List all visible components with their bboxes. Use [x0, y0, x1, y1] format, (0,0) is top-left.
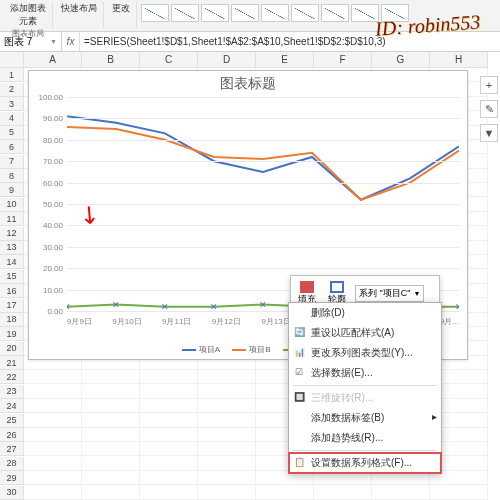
row-header[interactable]: 24 — [0, 399, 24, 413]
series-select[interactable]: 系列 "项目C"▼ — [355, 285, 424, 302]
column-header[interactable]: H — [430, 52, 488, 68]
row-header[interactable]: 27 — [0, 442, 24, 456]
row-header[interactable]: 13 — [0, 241, 24, 255]
row-header[interactable]: 16 — [0, 284, 24, 298]
cell[interactable] — [24, 370, 82, 384]
cell[interactable] — [24, 486, 82, 500]
cell[interactable] — [198, 370, 256, 384]
cell[interactable] — [140, 457, 198, 471]
row-header[interactable]: 20 — [0, 342, 24, 356]
cell[interactable] — [82, 486, 140, 500]
cell[interactable] — [140, 428, 198, 442]
column-header[interactable]: E — [256, 52, 314, 68]
column-header[interactable]: G — [372, 52, 430, 68]
row-header[interactable]: 21 — [0, 356, 24, 370]
cell[interactable] — [24, 442, 82, 456]
cell[interactable] — [82, 399, 140, 413]
context-menu-item[interactable]: 添加数据标签(B)▸ — [289, 408, 441, 428]
cell[interactable] — [256, 486, 314, 500]
cell[interactable] — [82, 414, 140, 428]
chart-style-thumb[interactable] — [351, 4, 379, 22]
cell[interactable] — [140, 414, 198, 428]
quick-layout-button[interactable]: 快速布局 — [61, 2, 97, 15]
chart-title[interactable]: 图表标题 — [29, 71, 467, 97]
add-chart-element-button[interactable]: 添加图表 — [10, 2, 46, 15]
column-header[interactable]: B — [82, 52, 140, 68]
column-header[interactable]: D — [198, 52, 256, 68]
row-header[interactable]: 6 — [0, 140, 24, 154]
column-header[interactable]: F — [314, 52, 372, 68]
context-menu-item[interactable]: 🔄重设以匹配样式(A) — [289, 323, 441, 343]
cell[interactable] — [372, 486, 430, 500]
cell[interactable] — [24, 399, 82, 413]
cell[interactable] — [198, 442, 256, 456]
legend-item[interactable]: 项目A — [182, 344, 220, 355]
chart-style-thumb[interactable] — [261, 4, 289, 22]
row-header[interactable]: 7 — [0, 155, 24, 169]
cell[interactable] — [82, 471, 140, 485]
cell[interactable] — [140, 399, 198, 413]
row-header[interactable]: 17 — [0, 299, 24, 313]
row-header[interactable]: 18 — [0, 313, 24, 327]
chart-elements-button[interactable]: + — [480, 76, 498, 94]
chart-style-thumb[interactable] — [321, 4, 349, 22]
cell[interactable] — [82, 442, 140, 456]
row-header[interactable]: 4 — [0, 112, 24, 126]
row-header[interactable]: 29 — [0, 471, 24, 485]
change-color-button[interactable]: 更改 — [112, 2, 130, 15]
cell[interactable] — [82, 370, 140, 384]
cell[interactable] — [24, 457, 82, 471]
row-header[interactable]: 14 — [0, 255, 24, 269]
cell[interactable] — [198, 414, 256, 428]
row-header[interactable]: 15 — [0, 270, 24, 284]
cell[interactable] — [82, 428, 140, 442]
cell[interactable] — [82, 457, 140, 471]
cell[interactable] — [430, 486, 488, 500]
row-header[interactable]: 23 — [0, 385, 24, 399]
cell[interactable] — [24, 428, 82, 442]
select-all-corner[interactable] — [0, 52, 24, 68]
context-menu-item[interactable]: 📋设置数据系列格式(F)... — [289, 453, 441, 473]
row-header[interactable]: 19 — [0, 327, 24, 341]
cell[interactable] — [140, 471, 198, 485]
chart-styles-button[interactable]: ✎ — [480, 100, 498, 118]
context-menu-item[interactable]: 📊更改系列图表类型(Y)... — [289, 343, 441, 363]
cell[interactable] — [314, 486, 372, 500]
chart-style-thumb[interactable] — [171, 4, 199, 22]
row-header[interactable]: 10 — [0, 198, 24, 212]
row-header[interactable]: 25 — [0, 414, 24, 428]
context-menu-item[interactable]: 删除(D) — [289, 303, 441, 323]
chart-style-gallery[interactable] — [139, 2, 411, 24]
name-box[interactable]: 图表 7▼ — [0, 32, 62, 51]
context-menu-item[interactable]: ☑选择数据(E)... — [289, 363, 441, 383]
chart-style-thumb[interactable] — [141, 4, 169, 22]
cell[interactable] — [140, 442, 198, 456]
context-menu-item[interactable]: 添加趋势线(R)... — [289, 428, 441, 448]
formula-input[interactable]: =SERIES(Sheet1!$D$1,Sheet1!$A$2:$A$10,Sh… — [80, 32, 500, 51]
row-header[interactable]: 30 — [0, 486, 24, 500]
cell[interactable] — [198, 486, 256, 500]
cell[interactable] — [24, 414, 82, 428]
row-header[interactable]: 1 — [0, 68, 24, 82]
chart-style-thumb[interactable] — [381, 4, 409, 22]
cell[interactable] — [198, 471, 256, 485]
row-header[interactable]: 2 — [0, 83, 24, 97]
chart-style-thumb[interactable] — [231, 4, 259, 22]
chevron-down-icon[interactable]: ▼ — [50, 38, 57, 45]
cell[interactable] — [24, 385, 82, 399]
element-button[interactable]: 元素 — [19, 15, 37, 28]
row-header[interactable]: 22 — [0, 370, 24, 384]
chart-filter-button[interactable]: ▼ — [480, 124, 498, 142]
row-header[interactable]: 11 — [0, 212, 24, 226]
cell[interactable] — [24, 471, 82, 485]
cell[interactable] — [82, 385, 140, 399]
fx-icon[interactable]: fx — [62, 32, 80, 51]
row-header[interactable]: 28 — [0, 457, 24, 471]
row-header[interactable]: 12 — [0, 227, 24, 241]
cell[interactable] — [140, 385, 198, 399]
row-header[interactable]: 5 — [0, 126, 24, 140]
row-header[interactable]: 8 — [0, 169, 24, 183]
chart-style-thumb[interactable] — [291, 4, 319, 22]
chart-style-thumb[interactable] — [201, 4, 229, 22]
cell[interactable] — [140, 486, 198, 500]
